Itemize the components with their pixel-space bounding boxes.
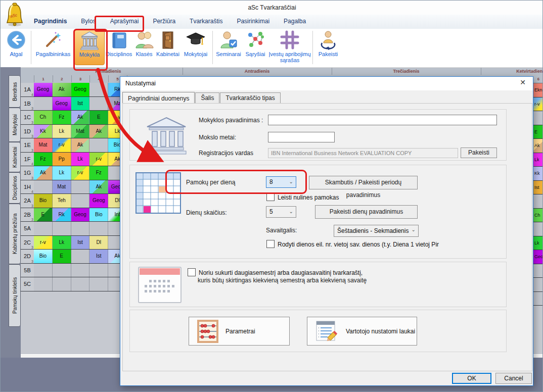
timetable-cell[interactable]: Kk	[34, 125, 53, 138]
cancel-button[interactable]: Cancel	[495, 373, 532, 384]
row-label[interactable]: 2A3	[21, 194, 34, 208]
row-label[interactable]: 1E3	[21, 138, 34, 152]
timetable-cell[interactable]: Mat	[53, 180, 71, 194]
checkbox-box[interactable]	[266, 240, 275, 248]
day-number-checkbox[interactable]: Rodyti dienos eil. nr. vietoj sav. dieno…	[266, 240, 504, 248]
timetable-cell[interactable]	[89, 83, 108, 96]
menu-peržiūra[interactable]: Peržiūra	[146, 18, 183, 25]
timetable-cell[interactable]: Lk	[533, 236, 543, 251]
timetable-cell[interactable]: Ist	[71, 97, 90, 111]
row-label[interactable]: 5A	[21, 222, 34, 235]
weekend-select[interactable]: Šeštadienis - Sekmadienis⌄	[334, 225, 419, 237]
tab-tvarkarascio-tipas[interactable]: Tvarkaraščio tipas	[220, 92, 280, 104]
timetable-cell[interactable]: Ak	[533, 139, 543, 153]
timetable-cell[interactable]: r-v	[71, 166, 90, 180]
timetable-cell[interactable]	[533, 278, 543, 292]
timetable-cell[interactable]: Bio	[89, 208, 108, 222]
toolbar-item-wizard[interactable]: Pagalbininkas	[33, 30, 73, 57]
days-count-select[interactable]: 5⌄	[266, 206, 296, 218]
timetable-cell[interactable]: Ekn	[533, 83, 543, 97]
ok-button[interactable]: OK	[452, 373, 491, 384]
timetable-cell[interactable]	[71, 264, 90, 277]
timetable-cell[interactable]: r-v	[34, 236, 53, 250]
timetable-cell[interactable]	[71, 250, 90, 263]
timetable-cell[interactable]: Fz	[34, 153, 53, 166]
timetable-cell[interactable]	[533, 111, 543, 125]
timetable-cell[interactable]	[89, 264, 108, 277]
timetable-cell[interactable]: r-v	[89, 153, 108, 166]
timetable-cell[interactable]: Ak	[71, 111, 90, 124]
custom-fields-button[interactable]: Vartotojo nustatomi laukai	[307, 317, 417, 346]
row-label[interactable]: 5C	[21, 277, 34, 291]
menu-pagalba[interactable]: Pagalba	[277, 18, 313, 25]
timetable-cell[interactable]	[533, 292, 543, 306]
tab-pagrindiniai-duomenys[interactable]: Pagrindiniai duomenys	[122, 92, 195, 104]
timetable-cell[interactable]	[71, 277, 90, 291]
timetable-cell[interactable]	[71, 194, 90, 208]
timetable-cell[interactable]: Bio	[34, 194, 53, 208]
toolbar-item-seminars[interactable]: Seminarai	[215, 30, 242, 57]
timetable-cell[interactable]: Bio	[34, 250, 53, 263]
zero-periods-checkbox[interactable]: Leisti nulines pamokas	[266, 193, 339, 201]
toolbar-item-relations[interactable]: Sąryšiai	[243, 30, 267, 57]
checkbox-box[interactable]	[188, 268, 196, 276]
row-label[interactable]: 1D3	[21, 125, 34, 138]
menu-tvarkaraštis[interactable]: Tvarkaraštis	[183, 18, 230, 25]
sidebar-tab-disciplinos[interactable]: Disciplinos	[9, 172, 21, 204]
timetable-cell[interactable]: Geog	[89, 194, 108, 208]
timetable-cell[interactable]: Lk	[53, 166, 71, 180]
tab-salis[interactable]: Šalis	[195, 92, 219, 104]
parameters-button[interactable]: Parametrai	[189, 317, 290, 346]
toolbar-item-school[interactable]: Mokykla	[74, 30, 105, 65]
timetable-cell[interactable]: E	[89, 111, 108, 124]
sidebar-tab-bendras[interactable]: Bendras	[9, 75, 21, 108]
change-registration-button[interactable]: Pakeisti	[461, 148, 497, 158]
timetable-cell[interactable]: Mat	[71, 125, 90, 138]
timetable-cell[interactable]: Rk	[53, 208, 71, 222]
row-label[interactable]: 5B	[21, 264, 34, 277]
timetable-cell[interactable]	[34, 180, 53, 194]
timetable-cell[interactable]	[34, 222, 53, 235]
multiterm-checkbox[interactable]: Noriu sukurti daugiasemestrį arba daugia…	[188, 268, 363, 276]
timetable-cell[interactable]	[71, 180, 90, 194]
timetable-cell[interactable]: Lk	[53, 236, 71, 250]
timetable-cell[interactable]: Ist	[533, 181, 543, 195]
row-label[interactable]: 1C3	[21, 111, 34, 124]
timetable-cell[interactable]	[533, 194, 543, 209]
timetable-cell[interactable]: E	[34, 208, 53, 222]
row-label[interactable]: 1F4	[21, 153, 34, 166]
timetable-cell[interactable]	[34, 264, 53, 277]
timetable-cell[interactable]	[89, 97, 108, 111]
toolbar-item-classes[interactable]: Klasės	[133, 30, 155, 57]
close-icon[interactable]: ✕	[517, 78, 529, 88]
timetable-cell[interactable]: Ak	[89, 125, 108, 138]
school-name-input[interactable]	[268, 115, 497, 125]
toolbar-item-teachers[interactable]: Mokytojai	[182, 30, 210, 57]
bells-button[interactable]: Skambutis / Pakeisti periodų pavadinimus	[309, 176, 418, 189]
timetable-cell[interactable]	[34, 277, 53, 291]
toolbar-item-back[interactable]: Atgal	[4, 30, 29, 57]
timetable-cell[interactable]: Ist	[71, 236, 90, 250]
timetable-cell[interactable]: Ak	[71, 138, 90, 152]
timetable-cell[interactable]	[53, 222, 71, 235]
timetable-cell[interactable]	[89, 222, 108, 235]
menu-pasirinkimai[interactable]: Pasirinkimai	[230, 18, 277, 25]
timetable-cell[interactable]	[53, 277, 71, 291]
timetable-cell[interactable]: Ch	[533, 209, 543, 223]
timetable-cell[interactable]	[533, 222, 543, 236]
row-label[interactable]: 2C3	[21, 236, 34, 250]
menu-aprašymai[interactable]: Aprašymai	[103, 18, 146, 25]
timetable-cell[interactable]: E	[53, 250, 71, 263]
timetable-cell[interactable]	[89, 138, 108, 152]
timetable-cell[interactable]: Geog	[71, 83, 90, 96]
timetable-cell[interactable]: Pp	[53, 153, 71, 166]
checkbox-box[interactable]	[266, 193, 275, 201]
row-label[interactable]: 1A4	[21, 83, 34, 96]
timetable-cell[interactable]: Ak	[34, 166, 53, 180]
timetable-cell[interactable]: Geog	[53, 97, 71, 111]
sidebar-tab-kabinet-prie-i-ra[interactable]: Kabinetų priežiūra	[9, 204, 21, 264]
timetable-cell[interactable]: Ist	[89, 250, 108, 263]
periods-per-day-select[interactable]: 8⌄	[266, 176, 296, 188]
timetable-cell[interactable]: Ak	[53, 83, 71, 96]
timetable-cell[interactable]: r-v	[53, 138, 71, 152]
